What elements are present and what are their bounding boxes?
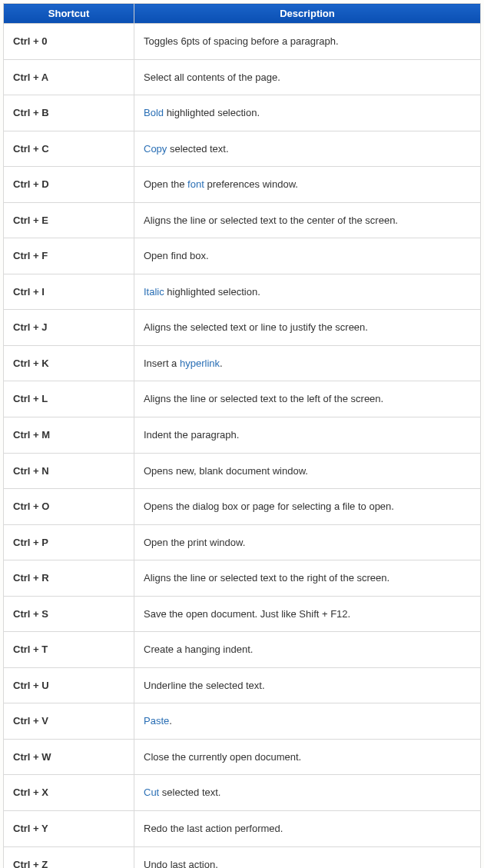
shortcut-key: Ctrl + T bbox=[4, 632, 134, 668]
table-row: Ctrl + YRedo the last action performed. bbox=[4, 811, 481, 847]
shortcut-key: Ctrl + J bbox=[4, 310, 134, 346]
table-row: Ctrl + IItalic highlighted selection. bbox=[4, 274, 481, 310]
term-link[interactable]: hyperlink bbox=[180, 358, 220, 369]
shortcut-key: Ctrl + I bbox=[4, 274, 134, 310]
shortcut-key: Ctrl + W bbox=[4, 739, 134, 775]
table-row: Ctrl + XCut selected text. bbox=[4, 775, 481, 811]
shortcut-description: Save the open document. Just like Shift … bbox=[134, 596, 481, 632]
shortcut-key: Ctrl + V bbox=[4, 703, 134, 740]
shortcut-description: Redo the last action performed. bbox=[134, 811, 481, 847]
shortcut-key: Ctrl + N bbox=[4, 453, 134, 489]
table-row: Ctrl + WClose the currently open documen… bbox=[4, 739, 481, 775]
shortcut-key: Ctrl + D bbox=[4, 167, 134, 203]
shortcut-key: Ctrl + L bbox=[4, 381, 134, 417]
shortcut-description: Cut selected text. bbox=[134, 775, 481, 811]
table-row: Ctrl + UUnderline the selected text. bbox=[4, 667, 481, 703]
shortcut-key: Ctrl + U bbox=[4, 667, 134, 703]
shortcut-description: Copy selected text. bbox=[134, 131, 481, 167]
shortcut-description: Open the print window. bbox=[134, 524, 481, 560]
term-link[interactable]: font bbox=[187, 178, 204, 190]
shortcut-key: Ctrl + X bbox=[4, 775, 134, 811]
table-row: Ctrl + BBold highlighted selection. bbox=[4, 95, 481, 131]
table-row: Ctrl + NOpens new, blank document window… bbox=[4, 453, 481, 489]
shortcut-key: Ctrl + F bbox=[4, 238, 134, 274]
table-row: Ctrl + KInsert a hyperlink. bbox=[4, 345, 481, 381]
shortcut-key: Ctrl + S bbox=[4, 596, 134, 632]
table-row: Ctrl + POpen the print window. bbox=[4, 524, 481, 560]
shortcut-key: Ctrl + M bbox=[4, 417, 134, 454]
shortcut-description: Opens new, blank document window. bbox=[134, 453, 481, 489]
table-row: Ctrl + VPaste. bbox=[4, 703, 481, 740]
term-link[interactable]: Cut bbox=[144, 787, 159, 798]
shortcut-description: Undo last action. bbox=[134, 846, 481, 868]
table-row: Ctrl + EAligns the line or selected text… bbox=[4, 202, 481, 238]
shortcut-description: Paste. bbox=[134, 703, 481, 740]
table-row: Ctrl + ASelect all contents of the page. bbox=[4, 59, 481, 95]
shortcut-description: Toggles 6pts of spacing before a paragra… bbox=[134, 24, 481, 60]
shortcut-description: Insert a hyperlink. bbox=[134, 345, 481, 381]
shortcut-key: Ctrl + R bbox=[4, 560, 134, 597]
table-row: Ctrl + MIndent the paragraph. bbox=[4, 417, 481, 454]
shortcut-description: Opens the dialog box or page for selecti… bbox=[134, 489, 481, 525]
shortcut-description: Create a hanging indent. bbox=[134, 632, 481, 668]
shortcut-description: Aligns the line or selected text to the … bbox=[134, 560, 481, 597]
shortcut-description: Select all contents of the page. bbox=[134, 59, 481, 95]
header-shortcut: Shortcut bbox=[4, 4, 134, 24]
table-row: Ctrl + FOpen find box. bbox=[4, 238, 481, 274]
term-link[interactable]: Italic bbox=[144, 286, 164, 298]
shortcut-key: Ctrl + 0 bbox=[4, 24, 134, 60]
shortcut-key: Ctrl + C bbox=[4, 131, 134, 167]
shortcuts-table: Shortcut Description Ctrl + 0Toggles 6pt… bbox=[3, 3, 481, 868]
shortcut-key: Ctrl + O bbox=[4, 489, 134, 525]
shortcut-key: Ctrl + A bbox=[4, 59, 134, 95]
table-row: Ctrl + JAligns the selected text or line… bbox=[4, 310, 481, 346]
table-row: Ctrl + OOpens the dialog box or page for… bbox=[4, 489, 481, 525]
header-description: Description bbox=[134, 4, 481, 24]
shortcut-description: Underline the selected text. bbox=[134, 667, 481, 703]
shortcut-description: Close the currently open document. bbox=[134, 739, 481, 775]
shortcut-description: Aligns the line or selected text to the … bbox=[134, 202, 481, 238]
shortcut-description: Aligns the line or selected text to the … bbox=[134, 381, 481, 417]
shortcut-key: Ctrl + K bbox=[4, 345, 134, 381]
table-row: Ctrl + LAligns the line or selected text… bbox=[4, 381, 481, 417]
term-link[interactable]: Bold bbox=[144, 107, 164, 118]
table-row: Ctrl + DOpen the font preferences window… bbox=[4, 167, 481, 203]
shortcut-key: Ctrl + P bbox=[4, 524, 134, 560]
shortcut-key: Ctrl + E bbox=[4, 202, 134, 238]
shortcut-description: Open find box. bbox=[134, 238, 481, 274]
table-row: Ctrl + ZUndo last action. bbox=[4, 846, 481, 868]
term-link[interactable]: Paste bbox=[144, 715, 169, 727]
table-row: Ctrl + SSave the open document. Just lik… bbox=[4, 596, 481, 632]
table-row: Ctrl + RAligns the line or selected text… bbox=[4, 560, 481, 597]
table-row: Ctrl + TCreate a hanging indent. bbox=[4, 632, 481, 668]
table-row: Ctrl + 0Toggles 6pts of spacing before a… bbox=[4, 24, 481, 60]
shortcut-description: Italic highlighted selection. bbox=[134, 274, 481, 310]
shortcut-description: Aligns the selected text or line to just… bbox=[134, 310, 481, 346]
shortcut-key: Ctrl + B bbox=[4, 95, 134, 131]
table-row: Ctrl + CCopy selected text. bbox=[4, 131, 481, 167]
shortcut-description: Open the font preferences window. bbox=[134, 167, 481, 203]
shortcut-description: Indent the paragraph. bbox=[134, 417, 481, 454]
shortcut-key: Ctrl + Z bbox=[4, 846, 134, 868]
shortcut-key: Ctrl + Y bbox=[4, 811, 134, 847]
shortcut-description: Bold highlighted selection. bbox=[134, 95, 481, 131]
term-link[interactable]: Copy bbox=[144, 143, 167, 155]
